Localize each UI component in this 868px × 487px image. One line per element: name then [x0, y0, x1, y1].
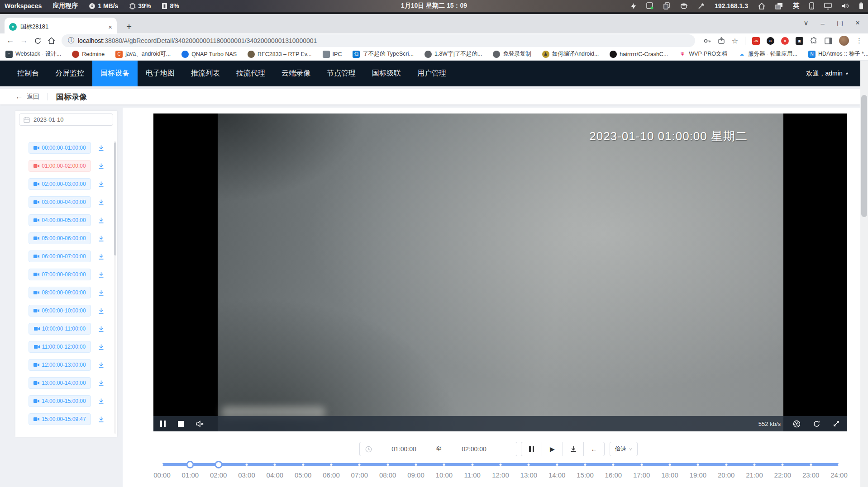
nav-tab[interactable]: 国标级联 [364, 61, 409, 86]
user-welcome-menu[interactable]: 欢迎，admin ∨ [806, 61, 860, 86]
side-panel-icon[interactable] [825, 38, 832, 44]
nav-tab[interactable]: 节点管理 [319, 61, 364, 86]
forward-icon[interactable]: → [17, 36, 31, 45]
tab-close-icon[interactable]: × [108, 23, 112, 31]
recording-segment-button[interactable]: 00:00:00-01:00:00 [29, 142, 91, 154]
nav-tab[interactable]: 控制台 [9, 61, 47, 86]
recording-segment-button[interactable]: 14:00:00-15:00:00 [29, 395, 91, 407]
pause-button[interactable] [521, 442, 542, 456]
download-segment-button[interactable] [98, 398, 105, 405]
reload-icon[interactable] [31, 37, 44, 45]
download-segment-button[interactable] [98, 380, 105, 387]
window-close-button[interactable]: × [855, 19, 860, 28]
bolt-tray-icon[interactable] [631, 3, 636, 9]
bookmark-item[interactable]: 1.8W字|了不起的... [424, 50, 482, 58]
screenshot-app-icon[interactable] [646, 2, 653, 9]
sidebar-scrollbar[interactable] [114, 141, 116, 434]
bookmark-item[interactable]: hairrrrr/C-CrashC... [610, 51, 668, 58]
nav-tab[interactable]: 国标设备 [92, 61, 138, 86]
bookmark-star-icon[interactable]: ☆ [732, 37, 738, 45]
bookmark-item[interactable]: 知 了不起的 TypeScri... [353, 50, 414, 58]
recording-segment-button[interactable]: 10:00:00-11:00:00 [29, 323, 91, 335]
download-segment-button[interactable] [98, 271, 105, 278]
extension-js-icon[interactable]: JS [752, 37, 760, 45]
share-icon[interactable] [718, 37, 725, 44]
nav-tab[interactable]: 拉流代理 [228, 61, 273, 86]
page-scrollbar[interactable] [860, 61, 868, 487]
snapshot-aperture-icon[interactable] [793, 420, 801, 428]
end-time-value[interactable]: 02:00:00 [442, 445, 506, 453]
nav-tab[interactable]: 推流列表 [183, 61, 228, 86]
video-surface[interactable] [218, 113, 783, 431]
download-segment-button[interactable] [98, 217, 105, 224]
copy-tray-icon[interactable] [663, 2, 670, 9]
window-minimize-button[interactable]: – [821, 19, 825, 27]
download-segment-button[interactable] [98, 181, 105, 188]
ip-address[interactable]: 192.168.1.3 [715, 2, 748, 9]
recording-segment-button[interactable]: 02:00:00-03:00:00 [29, 178, 91, 190]
download-segment-button[interactable] [98, 344, 105, 350]
extensions-puzzle-icon[interactable] [810, 37, 818, 45]
windows-tray-icon[interactable] [775, 3, 783, 9]
bookmark-item[interactable]: 免登录复制 [493, 50, 531, 58]
recording-segment-button[interactable]: 11:00:00-12:00:00 [29, 341, 91, 353]
back-icon[interactable]: ← [4, 36, 17, 45]
bookmark-item[interactable]: ≡ Webstack - 设计... [5, 50, 61, 58]
page-info-icon[interactable]: ⓘ [68, 37, 74, 45]
back-arrow-icon[interactable]: ← [15, 92, 23, 101]
recording-segment-button[interactable]: 01:00:00-02:00:00 [29, 160, 91, 172]
download-segment-button[interactable] [98, 326, 105, 332]
bookmark-item[interactable]: Ψ WVP-PRO文档 [679, 50, 727, 58]
download-segment-button[interactable] [98, 235, 105, 242]
player-refresh-icon[interactable] [813, 420, 820, 428]
time-range-picker[interactable]: 01:00:00 至 02:00:00 [359, 442, 517, 456]
bookmarks-overflow-chevron[interactable]: » [851, 50, 862, 57]
url-omnibox[interactable]: ⓘ localhost:38080/#/gbRecordDetail/34020… [62, 34, 695, 47]
fullscreen-icon[interactable] [833, 420, 840, 427]
recording-segment-button[interactable]: 15:00:00-15:09:47 [29, 413, 91, 425]
bookmark-item[interactable]: IPC [323, 51, 342, 58]
recording-segment-button[interactable]: 05:00:00-06:00:00 [29, 232, 91, 244]
clock[interactable]: 1月10日 星期二 15：09 [401, 2, 467, 10]
browser-menu-icon[interactable]: ⋮ [856, 37, 863, 45]
download-segment-button[interactable] [98, 199, 105, 206]
download-segment-button[interactable] [98, 307, 105, 314]
nav-tab[interactable]: 电子地图 [138, 61, 183, 86]
password-key-icon[interactable] [703, 37, 711, 45]
nav-tab[interactable]: 用户管理 [409, 61, 454, 86]
recording-segment-button[interactable]: 03:00:00-04:00:00 [29, 196, 91, 208]
player-mute-icon[interactable] [196, 421, 205, 427]
recording-segment-button[interactable]: 06:00:00-07:00:00 [29, 251, 91, 262]
profile-avatar[interactable] [839, 36, 849, 46]
bookmark-item[interactable]: ♟ 如何编译Android... [542, 50, 599, 58]
playback-speed-dropdown[interactable]: 倍速 ∨ [610, 442, 638, 456]
battery-tray-icon[interactable] [859, 2, 863, 9]
bookmark-item[interactable]: Redmine [72, 51, 105, 58]
new-tab-button[interactable]: + [123, 21, 135, 33]
download-segment-button[interactable] [98, 289, 105, 296]
volume-tray-icon[interactable] [842, 3, 849, 9]
start-time-value[interactable]: 01:00:00 [372, 445, 436, 453]
nav-tab[interactable]: 云端录像 [273, 61, 319, 86]
extension-ball-icon[interactable]: 8 [767, 37, 774, 45]
recording-segment-button[interactable]: 07:00:00-08:00:00 [29, 269, 91, 280]
page-scrollbar-thumb[interactable] [861, 95, 867, 217]
player-pause-icon[interactable] [160, 421, 166, 427]
window-restore-button[interactable]: ▢ [837, 19, 843, 27]
recording-segment-button[interactable]: 09:00:00-10:00:00 [29, 305, 91, 317]
recording-segment-button[interactable]: 08:00:00-09:00:00 [29, 287, 91, 298]
download-segment-button[interactable] [98, 163, 105, 170]
play-button[interactable]: ▶ [542, 442, 563, 456]
coffee-tray-icon[interactable] [680, 3, 688, 9]
workspaces-button[interactable]: Workspaces [5, 2, 42, 9]
player-stop-icon[interactable] [178, 421, 184, 427]
timeline-handle[interactable] [186, 461, 194, 468]
display-tray-icon[interactable] [824, 3, 832, 9]
recording-segment-button[interactable]: 04:00:00-05:00:00 [29, 214, 91, 226]
browser-tab[interactable]: ✦ 国标28181 × [5, 18, 117, 36]
download-segment-button[interactable] [98, 362, 105, 369]
bookmark-item[interactable]: RFC2833 – RTP Ev... [248, 51, 312, 58]
home-icon[interactable] [44, 37, 58, 44]
download-button[interactable] [563, 442, 584, 456]
download-segment-button[interactable] [98, 416, 105, 423]
